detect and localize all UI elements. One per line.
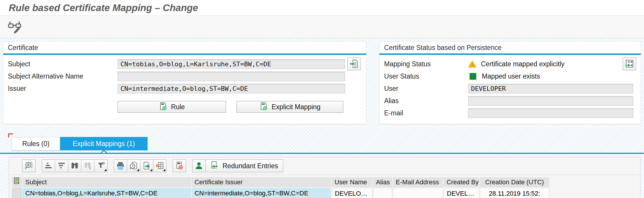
mapping-status-label: Mapping Status [384,60,468,68]
binoculars-icon [70,161,79,171]
row-select-cell[interactable] [12,188,22,198]
email-row: E-mail [384,107,636,119]
details-icon [24,161,33,171]
sort-descending-button[interactable] [55,159,68,172]
subject-row: Subject CN=tobias,O=blog,L=Karlsruhe,ST=… [8,58,361,70]
user-status-row: User Status Mapped user exists [384,71,636,82]
cell-created-by[interactable]: DEVELOPER [444,188,479,198]
cell-creation-date[interactable]: 28.11.2019 15:52: [480,188,549,198]
glasses-pencil-icon [7,19,22,35]
layout-grid-icon [155,161,164,171]
issuer-label: Issuer [8,85,118,93]
status-group-title: Certificate Status based on Persistence [379,41,641,53]
certificate-group-title: Certificate [3,41,366,53]
mappings-grid: Subject Certificate Issuer User Name Ali… [12,177,640,198]
cell-email-address[interactable] [393,188,443,198]
tab-explicit-mappings[interactable]: Explicit Mappings (1) [60,137,148,150]
warning-triangle-icon [468,60,476,67]
delete-entry-button[interactable] [173,159,186,172]
create-explicit-mapping-button[interactable]: Explicit Mapping [237,101,343,113]
find-button[interactable] [68,159,81,172]
toolbar-separator [9,175,640,175]
user-status-label: User Status [384,72,468,80]
tab-underline [0,153,644,154]
application-toolbar [0,16,644,38]
focus-corner-marker [8,133,13,138]
status-groupbox: Certificate Status based on Persistence … [379,41,641,124]
table-row[interactable]: CN=tobias,O=blog,L=Karlsruhe,ST=BW,C=DE … [12,188,640,198]
column-header-certificate-issuer[interactable]: Certificate Issuer [192,177,331,187]
content-area: Certificate Subject CN=tobias,O=blog,L=K… [0,38,644,198]
issuer-row: Issuer CN=intermediate,O=blog,ST=BW,C=DE [8,83,361,94]
user-field[interactable]: DEVELOPER [468,84,633,93]
user-row: User DEVELOPER [384,83,636,94]
transfer-arrows-icon [625,59,634,69]
choose-layout-button[interactable] [153,159,167,172]
alias-row: Alias [384,95,636,106]
create-rule-label: Rule [171,103,185,111]
mapping-status-text: Certificate mapped explicitly [481,60,564,68]
export-button[interactable] [140,159,153,172]
sort-ascending-icon [44,161,53,171]
person-icon [195,161,203,171]
table-toolbar: Redundant Entries [22,159,640,175]
panels-row: Certificate Subject CN=tobias,O=blog,L=K… [0,38,644,124]
subject-alternative-name-field[interactable] [118,72,345,81]
redundant-entries-icon [210,161,219,171]
user-label: User [384,85,468,93]
grid-header-row: Subject Certificate Issuer User Name Ali… [12,177,640,188]
cell-alias[interactable] [373,188,392,198]
explicit-mappings-table: Redundant Entries [9,157,640,198]
details-button[interactable] [22,159,36,172]
filter-button[interactable] [94,159,108,172]
reevaluate-status-button[interactable] [623,58,636,70]
select-all-cell[interactable] [12,177,22,187]
select-all-icon [13,177,21,187]
binoculars-plus-icon [83,161,92,171]
cell-subject[interactable]: CN=tobias,O=blog,L=Karlsruhe,ST=BW,C=DE [22,188,191,198]
find-next-button[interactable] [81,159,94,172]
import-document-icon [349,59,359,69]
tab-strip: Rules (0) Explicit Mappings (1) [12,137,644,150]
column-header-creation-date[interactable]: Creation Date (UTC) [480,177,549,187]
display-change-button[interactable] [6,19,23,35]
print-preview-icon [129,161,138,171]
subject-alternative-name-label: Subject Alternative Name [8,72,118,80]
cell-certificate-issuer[interactable]: CN=intermediate,O=blog,ST=BW,C=DE [192,188,331,198]
redundant-entries-button[interactable]: Redundant Entries [205,159,283,172]
delete-document-icon [175,161,184,171]
active-tab-caret [100,150,107,153]
column-header-user-name[interactable]: User Name [332,177,372,187]
column-header-alias[interactable]: Alias [373,177,392,187]
filter-funnel-icon [97,161,105,171]
alias-label: Alias [384,97,468,105]
san-row: Subject Alternative Name [8,71,361,82]
print-preview-button[interactable] [127,159,140,172]
create-icon [259,102,268,112]
subject-field[interactable]: CN=tobias,O=blog,L=Karlsruhe,ST=BW,C=DE [118,59,345,69]
title-bar: Rule based Certificate Mapping – Change [0,0,644,16]
email-field[interactable] [468,108,633,118]
email-label: E-mail [384,109,468,117]
import-certificate-button[interactable] [347,58,361,70]
issuer-field[interactable]: CN=intermediate,O=blog,ST=BW,C=DE [118,84,345,93]
create-rule-button[interactable]: Rule [118,101,226,113]
create-icon [159,102,167,112]
column-header-created-by[interactable]: Created By [444,177,479,187]
mapping-buttons-row: Rule Explicit Mapping [118,101,361,113]
print-button[interactable] [114,159,127,172]
column-header-email-address[interactable]: E-Mail Address [393,177,443,187]
printer-icon [116,161,125,171]
redundant-entries-label: Redundant Entries [223,162,278,170]
sort-ascending-button[interactable] [42,159,55,172]
cell-user-name[interactable]: DEVELOPER [332,188,372,198]
user-button[interactable] [192,159,206,172]
sort-descending-icon [57,161,66,171]
tab-rules[interactable]: Rules (0) [12,137,60,150]
create-explicit-mapping-label: Explicit Mapping [272,103,320,111]
column-header-subject[interactable]: Subject [22,177,191,187]
alias-field[interactable] [468,96,633,106]
mapping-status-row: Mapping Status Certificate mapped explic… [384,58,636,70]
page-title: Rule based Certificate Mapping – Change [9,2,198,13]
export-icon [142,161,151,171]
